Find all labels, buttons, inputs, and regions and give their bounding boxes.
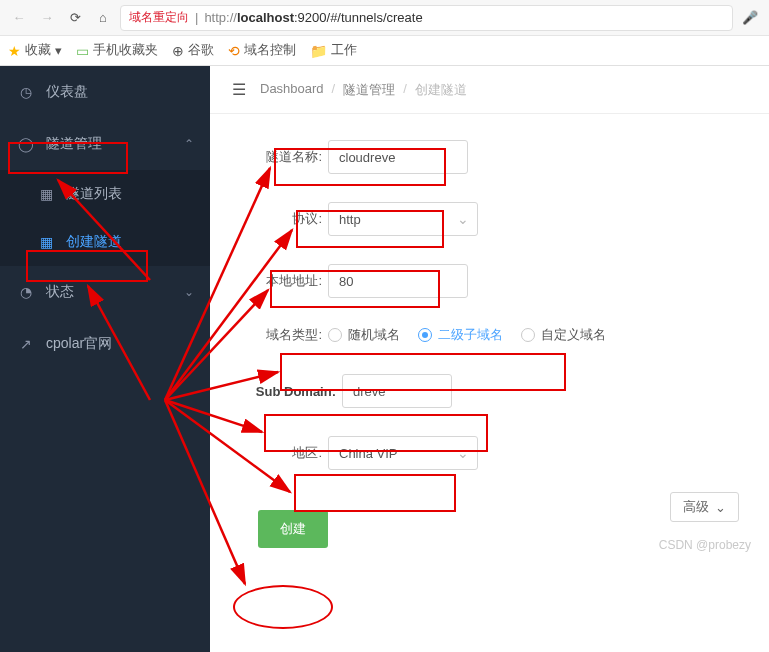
reload-icon[interactable]: ⟳: [64, 7, 86, 29]
redirect-label: 域名重定向: [129, 9, 189, 26]
create-icon: ▦: [38, 234, 54, 250]
region-select[interactable]: China VIP: [328, 436, 478, 470]
radio-custom-domain[interactable]: 自定义域名: [521, 326, 606, 344]
bookmark-work[interactable]: 📁工作: [310, 42, 357, 59]
subdomain-input[interactable]: dreve: [342, 374, 452, 408]
menu-toggle-icon[interactable]: ☰: [232, 80, 246, 99]
bookmark-fav[interactable]: ★收藏 ▾: [8, 42, 62, 59]
tunnel-name-label: 隧道名称:: [232, 148, 328, 166]
sidebar-item-official[interactable]: ↗ cpolar官网: [0, 318, 210, 370]
watermark: CSDN @probezy: [659, 538, 751, 552]
bookmarks-bar: ★收藏 ▾ ▭手机收藏夹 ⊕谷歌 ⟲域名控制 📁工作: [0, 36, 769, 66]
home-icon[interactable]: ⌂: [92, 7, 114, 29]
region-label: 地区:: [232, 444, 328, 462]
chevron-up-icon: ⌃: [184, 137, 194, 151]
subdomain-label: Sub Domain:: [232, 384, 342, 399]
local-addr-label: 本地地址:: [232, 272, 328, 290]
sidebar-item-dashboard[interactable]: ◷ 仪表盘: [0, 66, 210, 118]
chevron-down-icon: ⌄: [715, 500, 726, 515]
bookmark-google[interactable]: ⊕谷歌: [172, 42, 214, 59]
radio-random-domain[interactable]: 随机域名: [328, 326, 400, 344]
external-link-icon: ↗: [18, 336, 34, 352]
local-addr-input[interactable]: 80: [328, 264, 468, 298]
forward-icon[interactable]: →: [36, 7, 58, 29]
sidebar-item-tunnel-create[interactable]: ▦ 创建隧道: [0, 218, 210, 266]
dashboard-icon: ◷: [18, 84, 34, 100]
sidebar-item-tunnel-list[interactable]: ▦ 隧道列表: [0, 170, 210, 218]
browser-toolbar: ← → ⟳ ⌂ 域名重定向 | http://localhost:9200/#/…: [0, 0, 769, 36]
sidebar-item-status[interactable]: ◔ 状态 ⌄: [0, 266, 210, 318]
back-icon[interactable]: ←: [8, 7, 30, 29]
domain-type-label: 域名类型:: [232, 326, 328, 344]
protocol-select[interactable]: http: [328, 202, 478, 236]
radio-sub-domain[interactable]: 二级子域名: [418, 326, 503, 344]
list-icon: ▦: [38, 186, 54, 202]
sidebar: ◷ 仪表盘 ◯ 隧道管理 ⌃ ▦ 隧道列表 ▦ 创建隧道 ◔ 状态 ⌄ ↗ cp…: [0, 66, 210, 652]
bookmark-domain[interactable]: ⟲域名控制: [228, 42, 296, 59]
chevron-down-icon: ⌄: [184, 285, 194, 299]
protocol-label: 协议:: [232, 210, 328, 228]
content-header: ☰ Dashboard/ 隧道管理/ 创建隧道: [210, 66, 769, 114]
status-icon: ◔: [18, 284, 34, 300]
gear-icon: ◯: [18, 136, 34, 152]
tunnel-name-input[interactable]: cloudreve: [328, 140, 468, 174]
bookmark-mobile[interactable]: ▭手机收藏夹: [76, 42, 158, 59]
advanced-button[interactable]: 高级⌄: [670, 492, 739, 522]
create-button[interactable]: 创建: [258, 510, 328, 548]
main-content: ☰ Dashboard/ 隧道管理/ 创建隧道 隧道名称: cloudreve …: [210, 66, 769, 652]
sidebar-item-tunnel-mgmt[interactable]: ◯ 隧道管理 ⌃: [0, 118, 210, 170]
address-bar[interactable]: 域名重定向 | http://localhost:9200/#/tunnels/…: [120, 5, 733, 31]
mic-icon[interactable]: 🎤: [739, 7, 761, 29]
breadcrumb: Dashboard/ 隧道管理/ 创建隧道: [260, 81, 467, 99]
